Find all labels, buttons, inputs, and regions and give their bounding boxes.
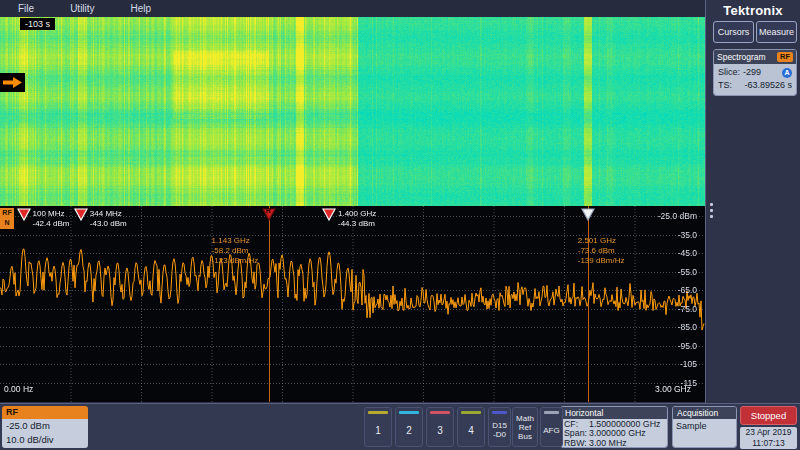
menu-utility[interactable]: Utility xyxy=(70,3,94,14)
marker-icon-344-mhz[interactable] xyxy=(74,208,88,222)
acquisition-panel-title: Acquisition xyxy=(673,407,736,419)
y-axis-label: -115 xyxy=(681,378,697,388)
y-axis-label: -105 xyxy=(680,359,697,369)
y-axis-label: -95.0 xyxy=(678,341,697,351)
menu-help[interactable]: Help xyxy=(131,3,152,14)
ts-label: TS: xyxy=(718,79,732,92)
ts-value: -63.89526 s xyxy=(744,79,792,92)
channel-1-label: 1 xyxy=(375,425,381,436)
spectrogram-time-cursor-label: -103 s xyxy=(20,18,55,30)
marker-icon-100-mhz[interactable] xyxy=(17,208,31,222)
date-value: 23 Apr 2019 xyxy=(740,427,797,438)
bottom-bar: RF -25.0 dBm 10.0 dB/div Horizontal CF:1… xyxy=(0,403,800,450)
marker-annotation: 1.143 GHz-58.2 dBm-123 dBm/Hz xyxy=(212,236,259,266)
acquisition-mode: Sample xyxy=(673,419,736,448)
slice-value: -299 xyxy=(743,66,761,79)
marker-a-badge: A xyxy=(782,68,792,78)
y-axis-label: -55.0 xyxy=(678,267,697,277)
datetime-display: 23 Apr 2019 11:07:13 xyxy=(740,427,797,449)
marker-icon-white[interactable] xyxy=(581,208,595,222)
rf-scale-title: RF xyxy=(2,406,88,419)
y-axis-label: -85.0 xyxy=(678,322,697,332)
menu-file[interactable]: File xyxy=(18,3,34,14)
channel-2-label: 2 xyxy=(406,425,412,436)
tektronix-logo: Tektronix xyxy=(706,3,800,18)
reference-marker-icon[interactable]: R xyxy=(262,208,276,222)
channel-2-button[interactable]: 2 xyxy=(395,407,423,447)
rf-scale-per-div: 10.0 dB/div xyxy=(6,433,84,447)
rf-trace-badge-line1: RF xyxy=(0,208,14,218)
oscilloscope-screen: FileUtilityHelp -103 s RF N 0.00 Hz 3.00… xyxy=(0,0,800,450)
marker-annotation: 2.501 GHz-73.6 dBm-139 dBm/Hz xyxy=(578,236,625,266)
spectrogram-panel-title: Spectrogram xyxy=(717,52,766,62)
spectrum-display[interactable]: RF N 0.00 Hz 3.00 GHz -25.0 dBm-35.0-45.… xyxy=(0,206,705,402)
spectrogram-slice-arrow[interactable] xyxy=(0,73,25,92)
y-axis-label: -25.0 dBm xyxy=(658,211,697,221)
reference-marker-label: R xyxy=(266,207,271,214)
rf-trace-badge-line2: N xyxy=(0,218,14,228)
rf-source-badge: RF xyxy=(777,52,793,62)
horizontal-row: RBW:3.00 MHz xyxy=(564,439,664,448)
y-axis-label: -75.0 xyxy=(678,304,697,314)
x-axis-start-label: 0.00 Hz xyxy=(4,384,33,394)
spectrogram-canvas[interactable] xyxy=(0,17,705,206)
marker-readout: 1.400 GHz-44.3 dBm xyxy=(338,209,376,229)
rf-reference-level: -25.0 dBm xyxy=(6,419,84,433)
rf-trace-badge[interactable]: RF N xyxy=(0,208,14,229)
marker-readout: 100 MHz-42.4 dBm xyxy=(33,209,70,229)
digital-d15-d0-button[interactable]: D15-D0 xyxy=(488,407,511,447)
channel-3-label: 3 xyxy=(437,425,443,436)
y-axis-label: -65.0 xyxy=(678,285,697,295)
horizontal-panel[interactable]: Horizontal CF:1.500000000 GHzSpan:3.0000… xyxy=(560,406,668,448)
measure-button[interactable]: Measure xyxy=(756,21,797,43)
slice-label: Slice: xyxy=(718,66,740,79)
channel-3-button[interactable]: 3 xyxy=(426,407,454,447)
marker-icon-1.400-ghz[interactable] xyxy=(322,208,336,222)
y-axis-label: -45.0 xyxy=(678,248,697,258)
acquisition-panel[interactable]: Acquisition Sample xyxy=(672,406,737,448)
time-value: 11:07:13 xyxy=(740,438,797,449)
cursors-button[interactable]: Cursors xyxy=(713,21,754,43)
right-panel: Tektronix Cursors Measure Spectrogram RF… xyxy=(705,0,800,403)
marker-readout: 344 MHz-43.0 dBm xyxy=(90,209,127,229)
y-axis-label: -35.0 xyxy=(678,230,697,240)
math-ref-bus-button[interactable]: MathRefBus xyxy=(512,407,538,447)
menubar: FileUtilityHelp xyxy=(0,0,705,17)
horizontal-panel-title: Horizontal xyxy=(561,407,667,419)
spectrogram-display[interactable]: -103 s xyxy=(0,17,705,206)
channel-1-button[interactable]: 1 xyxy=(364,407,392,447)
channel-4-button[interactable]: 4 xyxy=(457,407,485,447)
spectrogram-settings-panel[interactable]: Spectrogram RF Slice: -299 A TS: -63.895… xyxy=(713,49,797,96)
run-stop-status-button[interactable]: Stopped xyxy=(740,406,797,425)
rf-scale-badge[interactable]: RF -25.0 dBm 10.0 dB/div xyxy=(2,406,88,448)
channel-4-label: 4 xyxy=(468,425,474,436)
panel-drag-handle[interactable] xyxy=(710,203,716,221)
afg-button[interactable]: AFG xyxy=(540,407,563,447)
right-arrow-icon xyxy=(2,76,23,89)
